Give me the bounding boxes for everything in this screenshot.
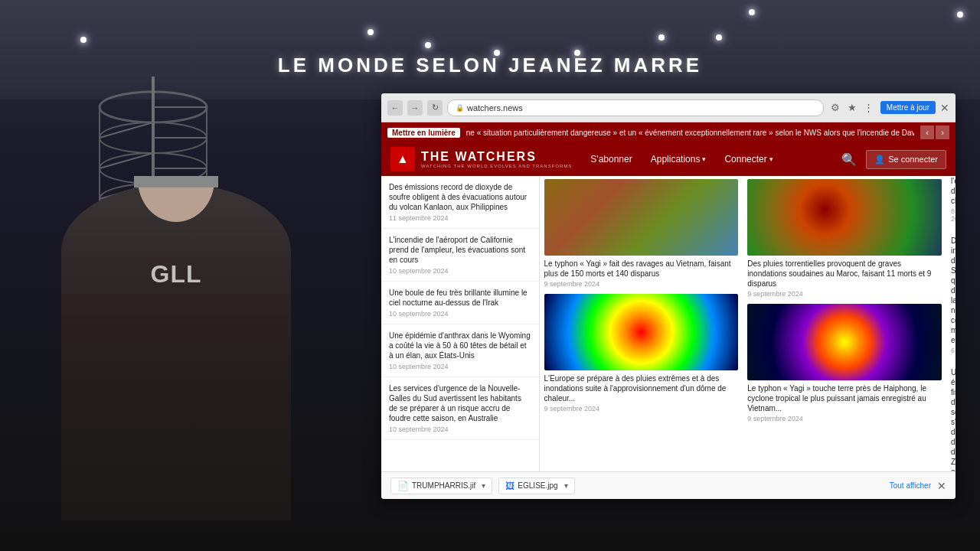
article-card[interactable]: Des pluies torrentielles provoquent de g… (747, 179, 942, 298)
ceiling-light (957, 11, 963, 18)
download-item[interactable]: 📄 TRUMPHARRIS.jif ▾ (390, 478, 492, 494)
login-button[interactable]: 👤 Se connecter (866, 150, 946, 169)
download-chevron-icon[interactable]: ▾ (564, 481, 568, 490)
article-image (544, 294, 739, 370)
site-logo[interactable]: ▲ THE WATCHERS WATCHING THE WORLD EVOLVE… (390, 147, 572, 171)
ceiling-light (425, 42, 431, 48)
browser-chrome: ← → ↻ 🔒 watchers.news ⚙ ★ ⋮ Mettre à jou… (381, 93, 956, 122)
list-item[interactable]: L'incendie de l'aéroport de Californie p… (381, 229, 539, 282)
lock-icon: 🔒 (456, 104, 464, 112)
download-chevron-icon[interactable]: ▾ (482, 481, 485, 490)
article-image (544, 179, 739, 256)
nav-links: S'abonner Applications ▾ Connecter ▾ (581, 142, 838, 176)
article-image (747, 304, 942, 380)
logo-text: THE WATCHERS WATCHING THE WORLD EVOLVES … (421, 150, 572, 168)
content-area: Des émissions record de dioxyde de soufr… (381, 176, 956, 471)
applications-link[interactable]: Applications ▾ (642, 142, 716, 176)
site-nav: ▲ THE WATCHERS WATCHING THE WORLD EVOLVE… (381, 142, 956, 176)
list-item[interactable]: Une épidémie d'anthrax dans le Wyoming a… (381, 324, 539, 377)
marquee-label: Mettre en lumière (387, 128, 460, 138)
applications-chevron-icon: ▾ (702, 155, 706, 163)
browser-actions: ⚙ ★ ⋮ (828, 101, 876, 115)
download-file-icon: 🖼 (505, 481, 514, 491)
close-download-bar-button[interactable]: ✕ (937, 480, 946, 492)
back-button[interactable]: ← (387, 100, 403, 116)
subscribe-link[interactable]: S'abonner (581, 142, 641, 176)
person-body: GLL (61, 184, 291, 520)
browser-window: ← → ↻ 🔒 watchers.news ⚙ ★ ⋮ Mettre à jou… (381, 93, 956, 499)
url-text: watchers.news (467, 103, 523, 112)
logo-sub: WATCHING THE WORLD EVOLVES AND TRANSFORM… (421, 164, 572, 168)
article-card[interactable]: L'Europe se prépare à des pluies extrême… (544, 294, 739, 412)
list-item[interactable]: Des émissions record de dioxyde de soufr… (381, 176, 539, 229)
forward-button[interactable]: → (407, 100, 423, 116)
center-column-2: Des pluies torrentielles provoquent de g… (743, 176, 946, 471)
left-column: Des émissions record de dioxyde de soufr… (381, 176, 540, 471)
marquee-navigation: ‹ › (920, 126, 949, 139)
shirt-text: GLL (151, 260, 202, 289)
article-card[interactable]: Le typhon « Yagi » fait des ravages au V… (544, 179, 739, 288)
webcam-person: GLL (15, 176, 337, 520)
main-title-text: LE MONDE SELON JEANEZ MARRE (278, 54, 702, 77)
ceiling-light (80, 37, 87, 43)
close-extra-button[interactable]: ✕ (940, 102, 949, 114)
logo-main: THE WATCHERS (421, 150, 572, 164)
show-all-downloads-button[interactable]: Tout afficher (890, 481, 931, 490)
list-item[interactable]: Les services d'urgence de la Nouvelle-Ga… (381, 377, 539, 440)
connect-link[interactable]: Connecter ▾ (715, 142, 782, 176)
article-card[interactable]: Le typhon « Yagi » touche terre près de … (747, 304, 942, 422)
bookmark-button[interactable]: ★ (845, 101, 859, 115)
menu-button[interactable]: ⋮ (862, 101, 876, 115)
ceiling-light (658, 34, 665, 41)
center-column: Le typhon « Yagi » fait des ravages au V… (540, 176, 743, 471)
search-button[interactable]: 🔍 (838, 149, 860, 170)
address-bar[interactable]: 🔒 watchers.news (447, 99, 824, 116)
list-item[interactable]: Une boule de feu très brillante illumine… (381, 282, 539, 324)
marquee-bar: Mettre en lumière ne « situation particu… (381, 122, 956, 142)
refresh-button[interactable]: ↻ (427, 100, 443, 116)
ceiling-light (716, 34, 722, 41)
extensions-button[interactable]: ⚙ (828, 101, 842, 115)
user-icon: 👤 (874, 155, 885, 165)
connect-chevron-icon: ▾ (769, 155, 773, 163)
logo-icon: ▲ (390, 147, 415, 171)
right-column: l'effondrement d'un dôme de chaleur 8 se… (946, 176, 956, 471)
download-filename: TRUMPHARRIS.jif (412, 481, 475, 490)
marquee-prev-button[interactable]: ‹ (920, 126, 934, 139)
marquee-text: ne « situation particulièrement dangereu… (466, 129, 914, 137)
ceiling-light (368, 29, 374, 35)
download-file-icon: 📄 (397, 481, 409, 491)
download-item[interactable]: 🖼 EGLISE.jpg ▾ (498, 478, 574, 494)
nav-actions: 🔍 👤 Se connecter (838, 149, 946, 170)
download-filename: EGLISE.jpg (518, 481, 557, 490)
download-bar: 📄 TRUMPHARRIS.jif ▾ 🖼 EGLISE.jpg ▾ Tout … (381, 471, 956, 499)
marquee-next-button[interactable]: › (936, 126, 949, 139)
ceiling-light (749, 9, 755, 15)
update-button[interactable]: Mettre à jour (880, 101, 936, 114)
article-image (747, 179, 942, 256)
